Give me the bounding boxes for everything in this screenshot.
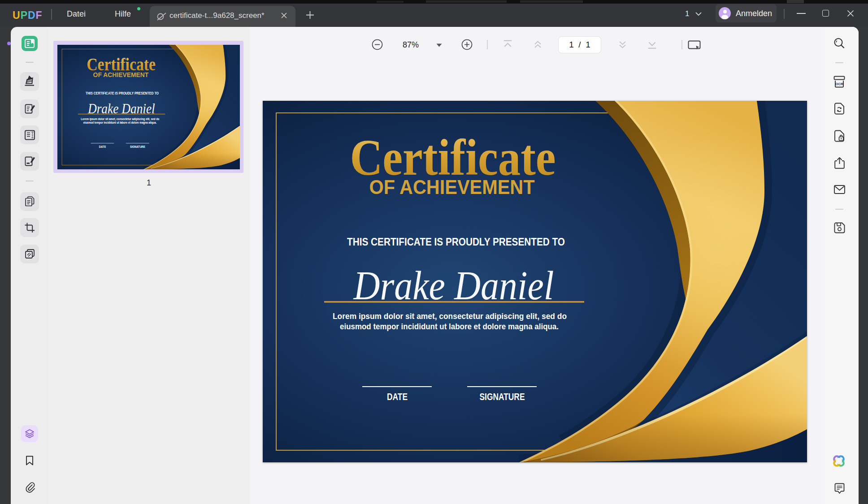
svg-text:OCR: OCR <box>835 82 843 86</box>
